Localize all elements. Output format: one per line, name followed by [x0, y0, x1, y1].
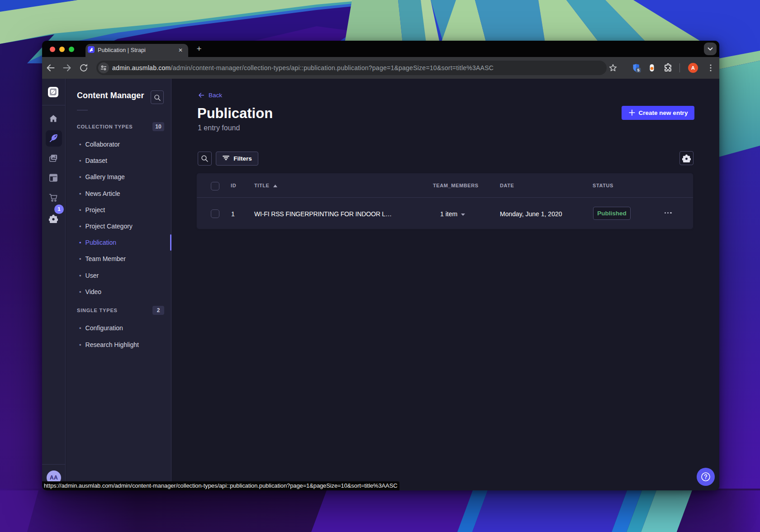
svg-text:5: 5 — [637, 68, 640, 72]
